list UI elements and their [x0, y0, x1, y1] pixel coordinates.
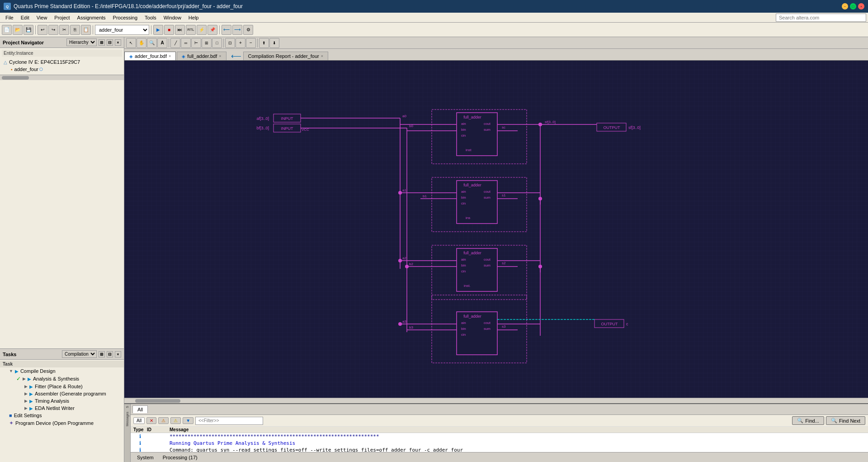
menu-tools[interactable]: Tools	[141, 14, 160, 21]
hierarchy-dropdown[interactable]: Hierarchy	[66, 38, 97, 46]
menu-help[interactable]: Help	[185, 14, 203, 21]
schematic-canvas[interactable]: INPUT INPUT af[3..0] bf[3..0] VCC full_a…	[124, 61, 868, 403]
copy-button[interactable]: ⎘	[70, 25, 80, 35]
tree-item-design[interactable]: ▪ adder_four ⬡	[2, 66, 122, 73]
nav-scrollbar[interactable]	[0, 75, 124, 80]
search-input[interactable]	[776, 14, 866, 22]
ct-zoom-in[interactable]: +	[236, 38, 245, 48]
ct-symbol[interactable]: ⊞	[202, 38, 212, 48]
tab-close-1[interactable]: ×	[169, 54, 171, 58]
close-button[interactable]: ×	[858, 3, 864, 10]
ct-up-hier[interactable]: ⬆	[259, 38, 269, 48]
pin-button[interactable]: 📌	[208, 25, 217, 35]
step-button[interactable]: ⏭	[175, 25, 185, 35]
compile-button[interactable]: ▶	[153, 25, 163, 35]
ct-zoom-area[interactable]: 🔍	[147, 38, 157, 48]
redo-button[interactable]: ↪	[48, 25, 58, 35]
back-button[interactable]: ⟵	[222, 25, 231, 35]
nav-icon2[interactable]: ⊟	[107, 39, 113, 46]
task-eda[interactable]: ▶ ▶ EDA Netlist Writer	[0, 405, 124, 412]
project-dropdown[interactable]: adder_four	[95, 25, 149, 35]
ct-zoom-fit[interactable]: ⊡	[225, 38, 235, 48]
menu-edit[interactable]: Edit	[17, 14, 33, 21]
tree-item-chip[interactable]: △ Cyclone IV E: EP4CE115F29C7	[2, 58, 122, 66]
find-button[interactable]: 🔍 Find...	[792, 416, 824, 425]
sim-button[interactable]: ⚡	[197, 25, 207, 35]
task-edit-settings[interactable]: ■ Edit Settings	[0, 412, 124, 419]
filter-info-btn[interactable]: ▼	[183, 417, 193, 424]
svg-text:s1: s1	[502, 193, 506, 197]
svg-text:inst.: inst.	[464, 284, 471, 288]
scrollbar-thumb[interactable]	[2, 76, 29, 80]
save-button[interactable]: 💾	[24, 25, 33, 35]
task-analysis-synthesis[interactable]: ✓ ▶ ▶ Analysis & Synthesis	[0, 375, 124, 383]
ct-hand[interactable]: ✋	[137, 38, 146, 48]
tasks-icon1[interactable]: ⊞	[99, 351, 105, 357]
tab-close-2[interactable]: ×	[219, 54, 221, 58]
tab-nav-back[interactable]: ⟵	[231, 52, 241, 60]
side-tab-s[interactable]: S	[126, 406, 129, 408]
svg-text:cin: cin	[461, 133, 466, 138]
design-tag: ⬡	[39, 67, 43, 71]
ct-select[interactable]: ↖	[126, 38, 136, 48]
main-toolbar: 📄 📂 💾 ↩ ↪ ✂ ⎘ 📋 adder_four ▶ ■ ⏭ RTL ⚡ 📌…	[0, 23, 868, 37]
rtl-button[interactable]: RTL	[186, 25, 196, 35]
msg-text-2: Running Quartus Prime Analysis & Synthes…	[170, 440, 865, 446]
play-icon3: ▶	[29, 384, 33, 389]
menu-file[interactable]: File	[2, 14, 17, 21]
filter-warning-btn[interactable]: ⚠	[170, 417, 181, 424]
svg-text:full_adder: full_adder	[463, 251, 481, 255]
side-tab-m[interactable]: Messages	[126, 412, 129, 426]
settings-button[interactable]: ⚙	[243, 25, 253, 35]
tab-adder-four-bdf[interactable]: ◈ adder_four.bdf ×	[124, 52, 176, 60]
filter-all-btn[interactable]: All	[133, 417, 145, 424]
ct-text[interactable]: A	[157, 38, 167, 48]
btab-all[interactable]: All	[132, 405, 148, 413]
h-scrollbar[interactable]	[124, 398, 868, 403]
ct-wire[interactable]: ╱	[170, 38, 180, 48]
forward-button[interactable]: ⟶	[232, 25, 242, 35]
stop-button[interactable]: ■	[164, 25, 174, 35]
svg-text:cout: cout	[484, 321, 491, 325]
filter-error-btn[interactable]: ✕	[146, 417, 156, 424]
tasks-dropdown[interactable]: Compilation	[62, 350, 97, 358]
menu-window[interactable]: Window	[160, 14, 185, 21]
task-assembler[interactable]: ▶ ▶ Assembler (Generate programm	[0, 390, 124, 397]
tab-close-3[interactable]: ×	[321, 54, 323, 58]
messages-list[interactable]: ℹ **************************************…	[131, 433, 868, 452]
nav-icon1[interactable]: ⊞	[99, 39, 105, 46]
find-next-button[interactable]: 🔍 Find Next	[826, 416, 865, 425]
nav-close[interactable]: ×	[115, 39, 121, 46]
cut-button[interactable]: ✂	[59, 25, 69, 35]
sub-tab-system[interactable]: System	[132, 454, 158, 461]
h-scrollbar-thumb[interactable]	[135, 399, 180, 403]
menu-processing[interactable]: Processing	[109, 14, 141, 21]
maximize-button[interactable]: □	[850, 3, 856, 10]
chip-icon: △	[4, 60, 7, 65]
paste-button[interactable]: 📋	[81, 25, 91, 35]
menu-project[interactable]: Project	[51, 14, 73, 21]
ct-zoom-out[interactable]: −	[246, 38, 256, 48]
tab-full-adder-bdf[interactable]: ◈ full_adder.bdf ×	[177, 52, 226, 60]
new-button[interactable]: 📄	[2, 25, 12, 35]
tasks-close[interactable]: ×	[115, 351, 121, 357]
task-program-device[interactable]: ✦ Program Device (Open Programme	[0, 419, 124, 427]
task-fitter[interactable]: ▶ ▶ Fitter (Place & Route)	[0, 383, 124, 390]
task-compile-design[interactable]: ▼ ▶ Compile Design	[0, 367, 124, 375]
window-controls[interactable]: − □ ×	[842, 3, 864, 10]
ct-down-hier[interactable]: ⬇	[269, 38, 279, 48]
ct-bus[interactable]: ═	[181, 38, 191, 48]
menu-assignments[interactable]: Assignments	[74, 14, 109, 21]
minimize-button[interactable]: −	[842, 3, 848, 10]
undo-button[interactable]: ↩	[38, 25, 47, 35]
filter-critical-btn[interactable]: ⚠	[158, 417, 169, 424]
sub-tab-processing[interactable]: Processing (17)	[158, 454, 202, 461]
ct-pin[interactable]: ⊢	[191, 38, 201, 48]
filter-input[interactable]	[195, 417, 263, 425]
tasks-icon2[interactable]: ⊟	[107, 351, 113, 357]
menu-view[interactable]: View	[33, 14, 51, 21]
task-timing[interactable]: ▶ ▶ Timing Analysis	[0, 397, 124, 405]
ct-block[interactable]: □	[212, 38, 222, 48]
tab-compilation-report[interactable]: Compilation Report - adder_four ×	[243, 52, 328, 60]
open-button[interactable]: 📂	[13, 25, 23, 35]
